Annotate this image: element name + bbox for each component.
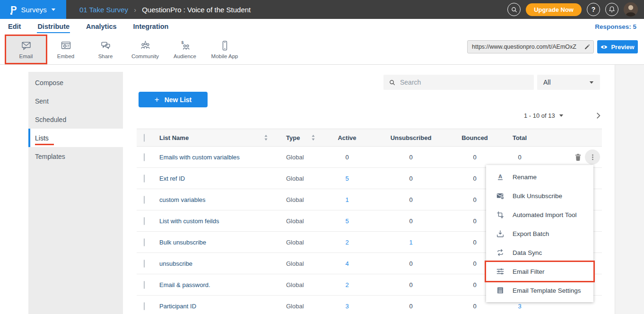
list-search-input[interactable]: Search — [383, 75, 534, 90]
right-panel-strip — [615, 65, 644, 314]
pagination: 1 - 10 of 13 — [524, 110, 602, 121]
list-name-link[interactable]: Email & password. — [159, 281, 210, 288]
row-checkbox[interactable] — [144, 302, 145, 310]
menu-item-rename[interactable]: Rename — [486, 167, 593, 186]
cell-active: 2 — [321, 239, 373, 246]
top-bar: P Surveys 01 Take Survey › QuestionPro :… — [0, 0, 644, 19]
channel-share[interactable]: Share — [86, 36, 125, 63]
row-checkbox[interactable] — [144, 217, 145, 225]
column-header-list-name[interactable]: List Name — [159, 134, 189, 141]
cell-type: Global — [274, 239, 321, 246]
new-list-label: New List — [165, 96, 192, 104]
new-list-button[interactable]: + New List — [139, 92, 208, 107]
menu-item-export-batch[interactable]: Export Batch — [486, 224, 593, 243]
channel-audience[interactable]: Audience — [165, 36, 205, 63]
preview-button[interactable]: Preview — [597, 40, 638, 53]
pencil-icon — [584, 44, 591, 50]
row-checkbox[interactable] — [144, 153, 145, 161]
sidebar-item-label: Scheduled — [35, 116, 66, 123]
channel-label: Community — [131, 53, 159, 59]
menu-item-bulk-unsubscribe[interactable]: Bulk Unsubscribe — [486, 186, 593, 205]
sort-icon[interactable] — [264, 134, 268, 141]
pagination-range: 1 - 10 of 13 — [524, 112, 555, 119]
pagination-range-dropdown[interactable]: 1 - 10 of 13 — [524, 112, 564, 119]
tab-analytics[interactable]: Analytics — [86, 20, 117, 33]
list-name-link[interactable]: Bulk unsubscribe — [159, 239, 206, 246]
cell-unsubscribed: 0 — [373, 196, 449, 203]
tab-edit[interactable]: Edit — [8, 20, 21, 33]
cell-bounced: 0 — [449, 154, 501, 161]
breadcrumb-survey-link[interactable]: 01 Take Survey — [79, 6, 128, 14]
cell-type: Global — [274, 218, 321, 225]
user-avatar[interactable] — [624, 2, 638, 17]
row-checkbox[interactable] — [144, 196, 145, 204]
sidebar-item-sent[interactable]: Sent — [28, 92, 123, 110]
cell-unsubscribed: 0 — [373, 175, 449, 182]
sidebar-item-templates[interactable]: Templates — [28, 147, 123, 166]
product-switcher[interactable]: P Surveys — [0, 0, 66, 19]
menu-item-icon — [496, 267, 505, 276]
list-name-link[interactable]: List with custom feilds — [159, 218, 219, 225]
list-name-link[interactable]: Emails with custom varialbles — [159, 154, 240, 161]
cell-total: 3 — [501, 303, 539, 310]
menu-item-label: Bulk Unsubscribe — [513, 192, 562, 200]
channel-label: Email — [19, 53, 33, 59]
menu-item-email-filter[interactable]: Email Filter — [486, 262, 593, 281]
menu-item-icon — [496, 173, 505, 181]
chevron-down-icon — [51, 8, 56, 11]
chevron-down-icon — [589, 81, 594, 84]
survey-url-field[interactable]: https://www.questionpro.com/t/AEmOxZ — [467, 40, 594, 53]
eye-icon — [600, 44, 608, 50]
channel-icon — [100, 40, 112, 52]
survey-url-value: https://www.questionpro.com/t/AEmOxZ — [468, 44, 581, 50]
sidebar-item-lists[interactable]: Lists — [28, 129, 123, 147]
list-filter-dropdown[interactable]: All — [537, 75, 600, 90]
breadcrumb: 01 Take Survey › QuestionPro : Voice of … — [79, 6, 251, 14]
next-page-button[interactable] — [594, 112, 602, 120]
channel-icon — [139, 40, 151, 52]
menu-item-automated-import-tool[interactable]: Automated Import Tool — [486, 205, 593, 224]
menu-item-data-sync[interactable]: Data Sync — [486, 243, 593, 262]
cell-unsubscribed: 0 — [373, 218, 449, 225]
row-checkbox[interactable] — [144, 174, 145, 183]
row-menu-button[interactable] — [585, 149, 600, 165]
select-all-checkbox[interactable] — [144, 134, 145, 142]
notifications-button[interactable] — [605, 3, 618, 16]
cell-type: Global — [274, 175, 321, 182]
cell-type: Global — [274, 281, 321, 288]
row-checkbox[interactable] — [144, 281, 145, 289]
channel-icon — [60, 40, 72, 52]
responses-count[interactable]: Responses: 5 — [595, 23, 636, 30]
cell-active: 4 — [321, 260, 373, 267]
list-name-link[interactable]: Participant ID — [159, 303, 196, 310]
edit-url-button[interactable] — [581, 41, 593, 53]
channel-community[interactable]: Community — [125, 36, 165, 63]
delete-list-icon[interactable] — [574, 153, 583, 162]
list-name-link[interactable]: custom variables — [159, 196, 206, 203]
channel-mobile-app[interactable]: Mobile App — [205, 36, 244, 63]
avatar-photo — [624, 2, 638, 17]
breadcrumb-separator-icon: › — [134, 6, 136, 14]
cell-unsubscribed: 1 — [373, 239, 449, 246]
sort-icon[interactable] — [311, 134, 315, 141]
upgrade-button[interactable]: Upgrade Now — [526, 3, 582, 16]
column-header-type[interactable]: Type — [286, 134, 300, 141]
row-checkbox[interactable] — [144, 238, 145, 246]
row-checkbox[interactable] — [144, 260, 145, 268]
cell-active: 3 — [321, 303, 373, 310]
search-button[interactable] — [507, 3, 521, 16]
menu-item-email-template-settings[interactable]: Email Template Settings — [486, 281, 593, 300]
section-tabs: Edit Distribute Analytics Integration Re… — [0, 19, 644, 35]
column-header-total: Total — [501, 134, 539, 141]
help-button[interactable]: ? — [587, 3, 600, 16]
tab-distribute[interactable]: Distribute — [37, 20, 70, 33]
channel-email[interactable]: Email — [6, 36, 46, 63]
channel-embed[interactable]: Embed — [46, 36, 86, 63]
tab-integration[interactable]: Integration — [133, 20, 169, 33]
cell-type: Global — [274, 154, 321, 161]
search-placeholder: Search — [400, 78, 421, 86]
sidebar-item-compose[interactable]: Compose — [28, 73, 123, 92]
sidebar-item-scheduled[interactable]: Scheduled — [28, 110, 123, 129]
list-name-link[interactable]: Ext ref ID — [159, 175, 185, 182]
list-name-link[interactable]: unsubscribe — [159, 260, 192, 267]
